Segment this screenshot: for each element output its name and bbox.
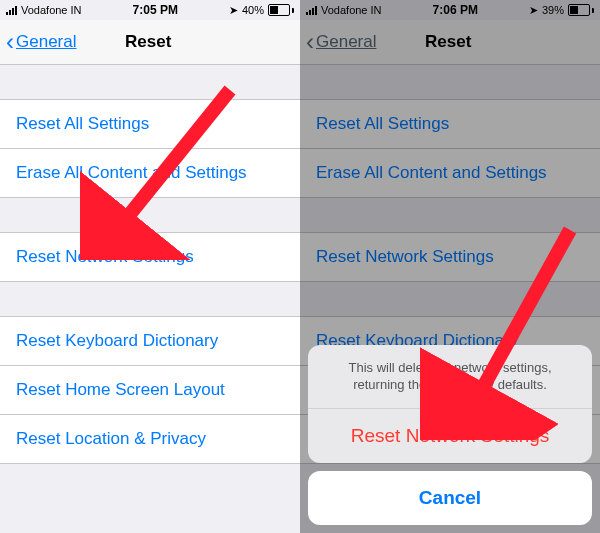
group-1: Reset All Settings Erase All Content and… <box>0 99 300 198</box>
status-bar: Vodafone IN 7:05 PM ➤ 40% <box>0 0 300 20</box>
erase-all-content[interactable]: Erase All Content and Settings <box>0 149 300 197</box>
reset-keyboard-dictionary[interactable]: Reset Keyboard Dictionary <box>0 317 300 366</box>
screen-right: Vodafone IN 7:06 PM ➤ 39% ‹ General Rese… <box>300 0 600 533</box>
back-label: General <box>16 32 76 52</box>
reset-network-settings[interactable]: Reset Network Settings <box>0 233 300 281</box>
reset-home-screen[interactable]: Reset Home Screen Layout <box>0 366 300 415</box>
screen-left: Vodafone IN 7:05 PM ➤ 40% ‹ General Rese… <box>0 0 300 533</box>
sheet-reset-network[interactable]: Reset Network Settings <box>308 408 592 463</box>
group-3: Reset Keyboard Dictionary Reset Home Scr… <box>0 316 300 464</box>
chevron-left-icon: ‹ <box>6 30 14 54</box>
reset-location-privacy[interactable]: Reset Location & Privacy <box>0 415 300 463</box>
battery-pct: 40% <box>242 4 264 16</box>
nav-bar: ‹ General Reset <box>0 20 300 65</box>
group-2: Reset Network Settings <box>0 232 300 282</box>
sheet-message: This will delete all network settings, r… <box>308 345 592 408</box>
reset-all-settings[interactable]: Reset All Settings <box>0 100 300 149</box>
back-button[interactable]: ‹ General <box>0 30 76 54</box>
settings-list: Reset All Settings Erase All Content and… <box>0 99 300 464</box>
location-icon: ➤ <box>229 4 238 17</box>
sheet-cancel[interactable]: Cancel <box>308 471 592 525</box>
action-sheet: This will delete all network settings, r… <box>308 345 592 525</box>
signal-icon <box>6 6 17 15</box>
clock: 7:05 PM <box>133 3 178 17</box>
carrier-label: Vodafone IN <box>21 4 82 16</box>
battery-icon <box>268 4 294 16</box>
